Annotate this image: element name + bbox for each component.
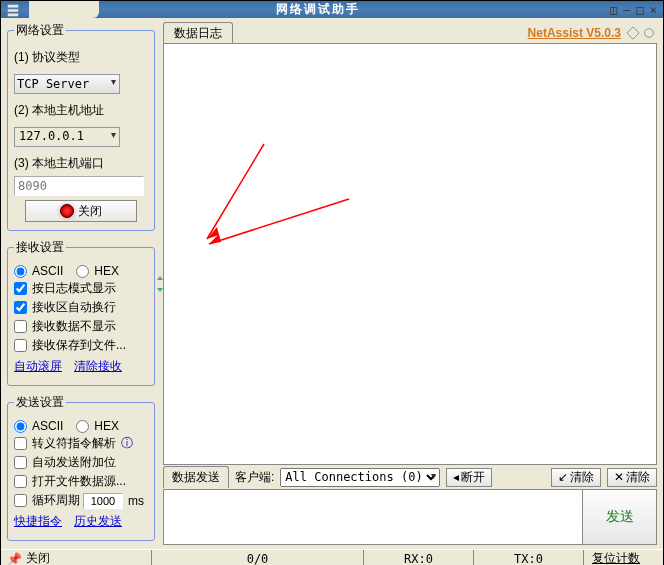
svg-point-0 (645, 28, 654, 37)
recv-ascii-radio[interactable] (14, 265, 27, 278)
send-cycle-check[interactable] (14, 494, 27, 507)
sidebar: 网络设置 (1) 协议类型 TCP Server (2) 本地主机地址 127.… (1, 18, 157, 549)
recv-logmode-check[interactable] (14, 282, 27, 295)
send-ascii-label: ASCII (32, 419, 63, 433)
maximize-button[interactable]: □ (637, 3, 644, 17)
cycle-ms-label: ms (128, 494, 144, 508)
clear-left-button[interactable]: ↙ 清除 (551, 468, 601, 487)
app-window: 网络调试助手 ◫ — □ × 网络设置 (1) 协议类型 TCP Server … (0, 0, 664, 565)
send-cycle-label: 循环周期 (32, 492, 80, 509)
window-controls: ◫ — □ × (610, 3, 663, 17)
cycle-input[interactable] (83, 493, 123, 509)
close-button[interactable]: × (650, 3, 657, 17)
recv-settings-legend: 接收设置 (14, 239, 66, 256)
svg-line-3 (207, 144, 264, 239)
send-ascii-radio[interactable] (14, 420, 27, 433)
disconnect-button[interactable]: ◂ 断开 (446, 468, 492, 487)
host-select[interactable]: 127.0.0.1 (14, 127, 120, 147)
status-dot-icon (60, 204, 74, 218)
send-settings-legend: 发送设置 (14, 394, 66, 411)
net-settings-group: 网络设置 (1) 协议类型 TCP Server (2) 本地主机地址 127.… (7, 22, 155, 231)
send-hex-label: HEX (94, 419, 119, 433)
reset-counter-link[interactable]: 复位计数 (583, 550, 663, 565)
recv-noshow-check[interactable] (14, 320, 27, 333)
send-button[interactable]: 发送 (583, 489, 657, 545)
pin-icon[interactable]: ◫ (610, 3, 617, 17)
listen-button-label: 关闭 (78, 203, 102, 220)
send-filesrc-check[interactable] (14, 475, 27, 488)
send-append-check[interactable] (14, 456, 27, 469)
recv-tofile-label: 接收保存到文件... (32, 337, 126, 354)
status-tx: TX:0 (473, 550, 583, 565)
title-text: 网络调试助手 (25, 1, 610, 18)
host-label: (2) 本地主机地址 (14, 102, 148, 119)
send-textarea[interactable] (163, 489, 583, 545)
titlebar: 网络调试助手 ◫ — □ × (1, 1, 663, 18)
status-counter: 0/0 (151, 550, 363, 565)
send-escape-label: 转义符指令解析 (32, 435, 116, 452)
titlebar-collapsed-region (29, 1, 99, 18)
send-header: 数据发送 客户端: All Connections (0) ◂ 断开 ↙ 清除 … (163, 465, 657, 489)
status-bar: 📌关闭 0/0 RX:0 TX:0 复位计数 (1, 549, 663, 565)
shortcut-link[interactable]: 快捷指令 (14, 513, 62, 530)
send-hex-radio[interactable] (76, 420, 89, 433)
log-textarea[interactable] (163, 43, 657, 465)
auto-scroll-link[interactable]: 自动滚屏 (14, 358, 62, 375)
pushpin-icon: 📌 (7, 552, 22, 566)
recv-ascii-label: ASCII (32, 264, 63, 278)
listen-button[interactable]: 关闭 (25, 200, 137, 222)
port-label: (3) 本地主机端口 (14, 155, 148, 172)
annotation-arrow-2 (199, 139, 279, 249)
log-header: 数据日志 NetAssist V5.0.3 (163, 22, 657, 44)
recv-wrap-check[interactable] (14, 301, 27, 314)
clear-right-button[interactable]: ✕ 清除 (607, 468, 657, 487)
brand-label[interactable]: NetAssist V5.0.3 (528, 26, 621, 40)
content-area: 数据日志 NetAssist V5.0.3 数据发送 客户端: All Conn… (163, 18, 663, 549)
protocol-select[interactable]: TCP Server (14, 74, 120, 94)
recv-tofile-check[interactable] (14, 339, 27, 352)
send-tab-client: 客户端: (235, 469, 274, 486)
diamond-icon[interactable] (626, 26, 640, 40)
history-link[interactable]: 历史发送 (74, 513, 122, 530)
recv-logmode-label: 按日志模式显示 (32, 280, 116, 297)
status-state: 关闭 (26, 550, 50, 565)
minimize-button[interactable]: — (623, 3, 630, 17)
main-area: 网络设置 (1) 协议类型 TCP Server (2) 本地主机地址 127.… (1, 18, 663, 549)
recv-hex-label: HEX (94, 264, 119, 278)
status-rx: RX:0 (363, 550, 473, 565)
port-input[interactable] (14, 176, 144, 196)
send-settings-group: 发送设置 ASCII HEX 转义符指令解析ⓘ 自动发送附加位 打开文件数据源.… (7, 394, 155, 541)
svg-marker-2 (209, 234, 221, 244)
app-icon (1, 3, 25, 17)
settings-icon[interactable] (642, 26, 656, 40)
svg-marker-4 (207, 227, 219, 239)
net-settings-legend: 网络设置 (14, 22, 66, 39)
send-filesrc-label: 打开文件数据源... (32, 473, 126, 490)
protocol-label: (1) 协议类型 (14, 49, 148, 66)
recv-hex-radio[interactable] (76, 265, 89, 278)
send-append-label: 自动发送附加位 (32, 454, 116, 471)
log-tab[interactable]: 数据日志 (163, 22, 233, 45)
send-row: 发送 (163, 489, 657, 545)
annotation-arrow-1 (199, 194, 359, 254)
connection-select[interactable]: All Connections (0) (280, 468, 440, 487)
info-icon[interactable]: ⓘ (121, 435, 133, 452)
clear-recv-link[interactable]: 清除接收 (74, 358, 122, 375)
recv-noshow-label: 接收数据不显示 (32, 318, 116, 335)
send-escape-check[interactable] (14, 437, 27, 450)
send-tab-data[interactable]: 数据发送 (163, 466, 229, 488)
recv-settings-group: 接收设置 ASCII HEX 按日志模式显示 接收区自动换行 接收数据不显示 接… (7, 239, 155, 386)
recv-wrap-label: 接收区自动换行 (32, 299, 116, 316)
svg-line-1 (209, 199, 349, 244)
